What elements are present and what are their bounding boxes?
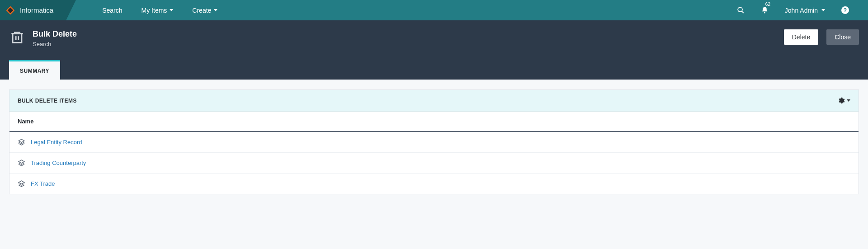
svg-marker-8: [19, 139, 24, 142]
delete-button[interactable]: Delete: [784, 29, 818, 45]
layers-icon: [18, 138, 25, 146]
user-menu[interactable]: John Admin: [785, 7, 825, 14]
panel-settings-button[interactable]: [838, 97, 850, 104]
nav-search-label: Search: [102, 7, 122, 14]
svg-marker-9: [19, 160, 24, 163]
nav-create[interactable]: Create: [192, 7, 217, 14]
chevron-down-icon: [170, 9, 173, 11]
chevron-down-icon: [821, 9, 825, 11]
brand-name: Informatica: [20, 6, 53, 14]
layers-icon: [18, 180, 25, 188]
tabstrip: SUMMARY: [9, 60, 859, 80]
table-row[interactable]: Legal Entity Record: [9, 132, 859, 153]
item-link[interactable]: Legal Entity Record: [31, 139, 82, 146]
table-row[interactable]: FX Trade: [9, 174, 859, 194]
item-link[interactable]: Trading Counterparty: [31, 160, 86, 166]
brand[interactable]: Informatica: [0, 0, 66, 20]
search-icon: [737, 6, 745, 14]
svg-marker-10: [19, 181, 24, 184]
bell-icon: [761, 6, 769, 14]
trash-icon: [9, 29, 25, 46]
logo-icon: [5, 5, 15, 15]
table-header-name: Name: [9, 112, 859, 132]
page-subtitle: Search: [33, 41, 77, 47]
tab-summary[interactable]: SUMMARY: [9, 60, 60, 80]
page-title: Bulk Delete: [33, 29, 77, 39]
user-name: John Admin: [785, 7, 818, 14]
gear-icon: [838, 97, 845, 104]
item-link[interactable]: FX Trade: [31, 180, 55, 187]
layers-icon: [18, 159, 25, 167]
nav-create-label: Create: [192, 7, 211, 14]
chevron-down-icon: [214, 9, 217, 11]
svg-rect-5: [13, 34, 22, 43]
nav-search[interactable]: Search: [102, 7, 122, 14]
top-right: 62 John Admin ?: [737, 6, 868, 14]
nav-my-items-label: My Items: [142, 7, 167, 14]
bulk-delete-panel: BULK DELETE ITEMS Name Legal Entity Reco…: [9, 89, 859, 194]
chevron-down-icon: [847, 99, 850, 102]
svg-point-2: [738, 7, 742, 12]
notification-count: 62: [765, 2, 770, 7]
search-button[interactable]: [737, 6, 745, 14]
top-bar: Informatica Search My Items Create: [0, 0, 868, 20]
page-header: Bulk Delete Search Delete Close SUMMARY: [0, 20, 868, 80]
svg-point-4: [764, 12, 765, 14]
top-nav: Search My Items Create: [102, 0, 217, 20]
help-icon: ?: [841, 6, 849, 14]
help-button[interactable]: ?: [841, 6, 849, 14]
table-row[interactable]: Trading Counterparty: [9, 153, 859, 174]
nav-my-items[interactable]: My Items: [142, 7, 174, 14]
panel-title: BULK DELETE ITEMS: [18, 98, 77, 104]
notifications-button[interactable]: 62: [761, 6, 769, 14]
close-button[interactable]: Close: [826, 29, 859, 45]
svg-line-3: [741, 11, 743, 13]
header-actions: Delete Close: [784, 29, 859, 45]
